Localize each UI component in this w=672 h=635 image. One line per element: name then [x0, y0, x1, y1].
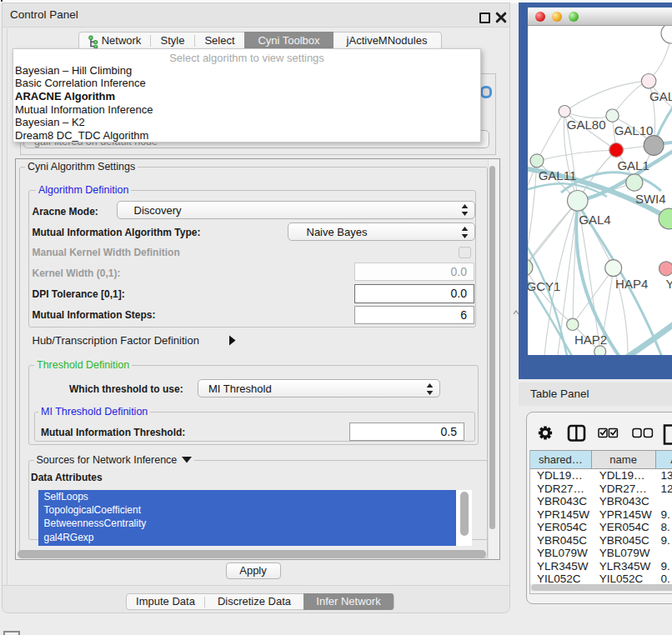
svg-text:HAP4: HAP4: [615, 277, 648, 291]
svg-text:GAL: GAL: [649, 89, 672, 103]
svg-text:GAL4: GAL4: [579, 212, 610, 227]
svg-text:Y: Y: [665, 277, 672, 291]
svg-text:GAL1: GAL1: [617, 158, 649, 172]
svg-text:GCY1: GCY1: [528, 279, 560, 293]
svg-text:HAP2: HAP2: [574, 332, 607, 347]
svg-text:SWI4: SWI4: [635, 192, 666, 206]
svg-text:GAL11: GAL11: [539, 168, 577, 182]
svg-text:GAL10: GAL10: [614, 123, 654, 138]
svg-text:GAL80: GAL80: [567, 118, 606, 132]
